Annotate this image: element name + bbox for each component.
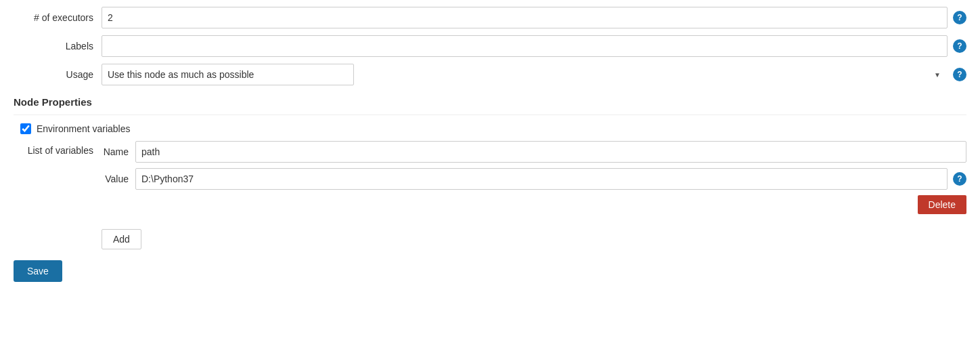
labels-help-icon[interactable]: ? <box>953 39 966 53</box>
save-button[interactable]: Save <box>14 260 62 282</box>
delete-row: Delete <box>102 195 966 214</box>
section-divider <box>14 115 966 115</box>
add-button-row: Add <box>14 226 966 249</box>
delete-button[interactable]: Delete <box>918 195 966 214</box>
usage-help-icon[interactable]: ? <box>953 68 966 81</box>
list-of-variables-section: List of variables Name Value ? Delete <box>14 141 966 221</box>
variable-value-help-icon[interactable]: ? <box>953 172 966 186</box>
executors-input[interactable] <box>102 7 948 28</box>
executors-row: # of executors ? <box>14 7 966 28</box>
variable-fields: Name Value ? Delete <box>102 141 966 221</box>
save-button-row: Save <box>14 249 966 282</box>
env-variables-label: Environment variables <box>37 123 131 134</box>
executors-label: # of executors <box>14 12 102 23</box>
variable-value-row: Value ? <box>102 168 966 190</box>
usage-select-wrapper: Use this node as much as possible Only b… <box>102 64 948 85</box>
add-button[interactable]: Add <box>102 229 141 249</box>
list-of-variables-label: List of variables <box>14 141 102 156</box>
labels-row: Labels ? <box>14 35 966 57</box>
labels-input[interactable] <box>102 35 948 57</box>
env-variables-row: Environment variables <box>14 123 966 134</box>
env-variables-checkbox[interactable] <box>20 123 31 134</box>
usage-select[interactable]: Use this node as much as possible Only b… <box>102 64 354 85</box>
variable-name-row: Name <box>102 141 966 163</box>
variable-name-label: Name <box>102 146 135 157</box>
usage-label: Usage <box>14 69 102 80</box>
usage-row: Usage Use this node as much as possible … <box>14 64 966 85</box>
variable-value-input[interactable] <box>135 168 948 190</box>
variable-value-label: Value <box>102 173 135 184</box>
variable-name-input[interactable] <box>135 141 966 163</box>
node-properties-header: Node Properties <box>14 96 966 108</box>
labels-label: Labels <box>14 41 102 52</box>
executors-help-icon[interactable]: ? <box>953 11 966 24</box>
